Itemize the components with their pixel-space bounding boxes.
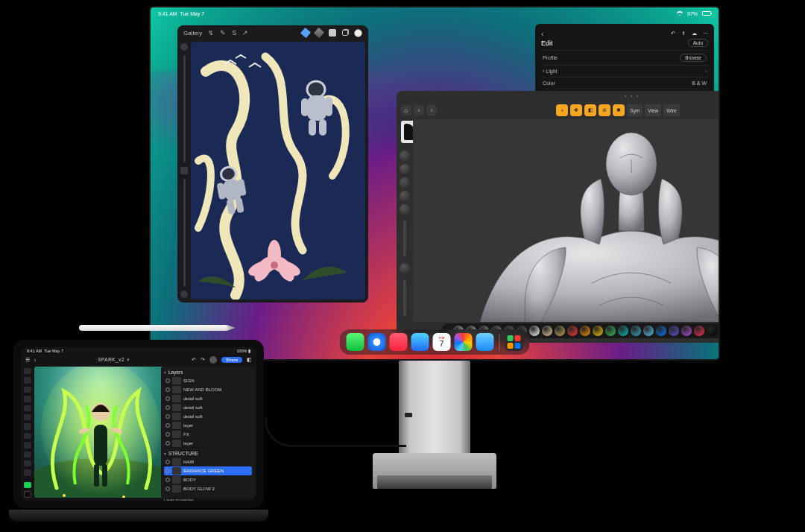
back-icon[interactable]: ‹ (541, 30, 543, 38)
layer-row[interactable]: RADIANCE GREEN (164, 466, 252, 475)
shape-tool-icon[interactable] (24, 452, 31, 457)
brush-size-handle[interactable] (180, 43, 188, 51)
brush-preset[interactable] (707, 326, 717, 336)
avatar[interactable] (209, 356, 217, 364)
drawing-app-window[interactable]: Gallery ↯ ✎ S ↗ (177, 25, 368, 303)
home-icon[interactable]: ⌂ (401, 105, 411, 115)
eraser-icon[interactable] (329, 29, 336, 37)
layer-row[interactable]: detail soft (164, 403, 252, 412)
stamp-button[interactable]: ✱ (613, 104, 625, 116)
brush-preset[interactable] (643, 326, 654, 336)
draw-canvas[interactable] (191, 42, 365, 300)
modify-icon[interactable]: ↯ (208, 29, 214, 37)
foreground-swatch[interactable] (24, 482, 31, 488)
visibility-icon[interactable] (165, 460, 170, 464)
wire-button[interactable]: Wire (663, 104, 679, 116)
back-icon[interactable]: ‹ (34, 358, 36, 363)
dock-app-calendar[interactable]: TUE7 (433, 333, 451, 351)
background-swatch[interactable] (24, 491, 31, 498)
undo-icon[interactable]: ↶ (671, 31, 675, 37)
disclosure-icon[interactable]: ▾ (164, 451, 166, 456)
chevron-right-icon[interactable]: › (719, 328, 720, 335)
dock-app-safari[interactable] (368, 333, 386, 351)
link-button[interactable]: ⊘ (599, 104, 610, 116)
visibility-icon[interactable] (165, 469, 170, 473)
redo-icon[interactable]: ↷ (201, 357, 205, 363)
transform-icon[interactable]: ↗ (242, 29, 248, 37)
menu-icon[interactable]: ☰ (25, 357, 30, 363)
brush-preset[interactable] (542, 326, 552, 336)
primitive-button[interactable]: ◧ (584, 104, 596, 116)
color-icon[interactable] (354, 29, 362, 37)
chevron-right-icon[interactable]: › (705, 69, 707, 74)
brush-preset[interactable] (529, 326, 540, 336)
brush-preset[interactable] (631, 326, 641, 336)
tool-slot[interactable] (400, 263, 410, 273)
visibility-icon[interactable] (165, 414, 170, 419)
visibility-icon[interactable] (165, 478, 170, 482)
crop-tool-icon[interactable] (24, 396, 31, 402)
visibility-icon[interactable] (165, 396, 170, 401)
opacity-handle[interactable] (180, 291, 188, 298)
brush-preset[interactable] (618, 326, 628, 336)
edit-row-light[interactable]: › Light› (541, 65, 708, 77)
tool-slot[interactable] (400, 191, 410, 201)
disclosure-icon[interactable]: ▾ (164, 370, 166, 375)
brush-preset[interactable] (593, 326, 603, 336)
auto-button[interactable]: Auto (688, 39, 708, 47)
brush-icon[interactable] (300, 28, 311, 38)
hand-tool-icon[interactable] (24, 460, 31, 466)
radius-slider[interactable] (403, 221, 406, 257)
edit-row-value[interactable]: B & W (692, 80, 707, 86)
brush-preset[interactable] (694, 326, 704, 336)
gallery-button[interactable]: Gallery (183, 30, 202, 37)
edit-row-color[interactable]: ColorB & W (541, 77, 708, 89)
layer-row[interactable]: HAIR (164, 457, 252, 466)
tool-slot[interactable] (400, 204, 410, 215)
opacity-slider[interactable] (183, 179, 186, 286)
cloud-icon[interactable]: ☁︎ (692, 31, 697, 37)
smudge-icon[interactable] (314, 28, 324, 38)
sculpt-viewport[interactable] (413, 119, 720, 322)
visibility-icon[interactable] (165, 387, 170, 392)
visibility-icon[interactable] (165, 441, 170, 446)
layer-row[interactable]: BODY GLOW 2 (164, 484, 252, 493)
sculpt-grabber[interactable] (397, 91, 720, 101)
brush-tool-icon[interactable] (24, 405, 31, 411)
share-icon[interactable]: ⇪ (681, 31, 686, 37)
dock-app-files[interactable] (476, 333, 494, 351)
brush-preset[interactable] (681, 326, 692, 336)
dock-app-photos[interactable] (455, 333, 473, 351)
lasso-tool-icon[interactable] (24, 387, 31, 393)
gradient-tool-icon[interactable] (24, 433, 31, 439)
visibility-icon[interactable] (165, 487, 170, 491)
panel-toggle-icon[interactable]: ◧ (247, 357, 252, 363)
layer-row[interactable]: BODY (164, 475, 252, 484)
layer-row[interactable]: layer (164, 421, 252, 430)
layers-icon[interactable] (342, 30, 348, 36)
ipad-artwork[interactable] (34, 367, 167, 498)
visibility-icon[interactable] (165, 432, 170, 437)
zoom-tool-icon[interactable] (24, 469, 31, 475)
layer-row[interactable]: detail soft (164, 412, 252, 421)
visibility-icon[interactable] (165, 423, 170, 428)
history-back-icon[interactable]: ‹ (414, 105, 424, 115)
chevron-down-icon[interactable]: ▾ (127, 357, 130, 362)
eraser-tool-icon[interactable] (24, 414, 31, 420)
visibility-icon[interactable] (165, 405, 170, 410)
visibility-icon[interactable] (165, 379, 170, 383)
more-icon[interactable]: ⋯ (703, 31, 708, 37)
layer-row[interactable]: layer (164, 439, 252, 448)
intensity-slider[interactable] (403, 279, 406, 316)
dock-app-messages[interactable] (347, 333, 364, 351)
view-button[interactable]: View (645, 104, 661, 116)
add-button[interactable]: + (556, 104, 568, 116)
gizmo-button[interactable]: ✥ (570, 104, 582, 116)
sym-button[interactable]: Sym (627, 104, 643, 116)
layer-row[interactable]: FX (164, 430, 252, 439)
layer-row[interactable]: SIGN (164, 376, 252, 385)
brush-preset[interactable] (555, 326, 565, 336)
history-forward-icon[interactable]: › (426, 105, 437, 115)
browse-button[interactable]: Browse (680, 54, 707, 62)
select-tool-icon[interactable] (24, 377, 31, 383)
